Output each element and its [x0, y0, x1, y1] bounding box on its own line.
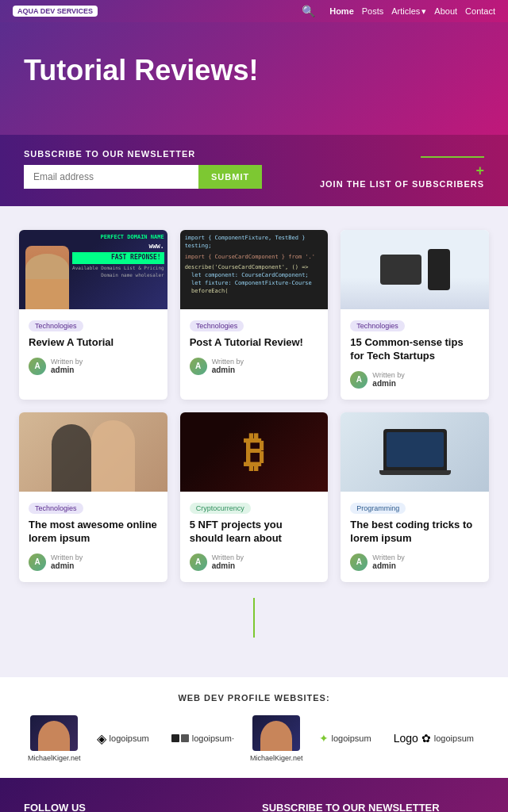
nav-posts[interactable]: Posts	[362, 6, 384, 16]
center-divider	[19, 582, 489, 653]
tablet-icon	[380, 255, 421, 285]
newsletter-form: SUBMIT	[24, 165, 320, 189]
card-tag: Technologies	[350, 320, 405, 331]
card-nft[interactable]: ₿ Cryptocurrency 5 NFT projects you shou…	[180, 412, 329, 582]
avatar: A	[190, 553, 207, 571]
nav-links: Home Posts Articles ▾ About Contact	[329, 6, 495, 17]
profile-thumbnail	[252, 715, 300, 751]
logo-item[interactable]: ◈ logoipsum	[90, 725, 156, 753]
card-tag: Technologies	[190, 320, 244, 331]
card-author: A Written by admin	[190, 358, 319, 375]
search-icon[interactable]: 🔍	[302, 5, 315, 17]
author-label: Written by	[372, 553, 404, 561]
card-tech-tips[interactable]: Technologies 15 Common-sense tips for Te…	[341, 230, 489, 400]
avatar: A	[350, 371, 368, 389]
profile-item-2[interactable]: MichaelKiger.net	[250, 715, 303, 762]
card-title: 5 NFT projects you should learn about	[190, 519, 319, 546]
card-author: A Written by admin	[350, 553, 479, 571]
hero-section: Tutorial Reviews!	[0, 22, 508, 135]
nav-about[interactable]: About	[434, 6, 457, 16]
cards-grid: PERFECT DOMAIN NAME www. FAST REPONSE! A…	[19, 230, 489, 582]
card-review-tutorial[interactable]: PERFECT DOMAIN NAME www. FAST REPONSE! A…	[19, 230, 167, 400]
laptop-icon	[383, 429, 447, 470]
card-title: The best coding tricks to lorem ipsum	[350, 519, 479, 546]
chevron-down-icon: ▾	[421, 6, 426, 17]
divider-line	[421, 156, 484, 158]
logo-text: logoipsum	[110, 733, 149, 743]
logo-text: logoipsum	[434, 733, 474, 743]
profile-thumbnail	[30, 715, 78, 751]
profile-name: MichaelKiger.net	[28, 754, 81, 762]
card-author: A Written by admin	[350, 371, 479, 389]
subscribe-title: SUBSCRIBE TO OUR NEWSLETTER	[262, 802, 484, 812]
card-title: Review A Tutorial	[29, 336, 158, 350]
avatar: A	[29, 553, 46, 571]
profiles-grid: MichaelKiger.net ◈ logoipsum logoipsum·	[16, 715, 492, 762]
profiles-section: WEB DEV PROFILE WEBSITES: MichaelKiger.n…	[0, 677, 508, 778]
footer-top: FOLLOW US Lorem ipsum dolor sit amet, co…	[0, 778, 508, 812]
author-name: admin	[212, 561, 244, 570]
logo-squares-icon	[171, 734, 189, 742]
card-tag: Programming	[350, 503, 406, 514]
card-author: A Written by admin	[190, 553, 319, 571]
bitcoin-icon: ₿	[244, 428, 264, 476]
author-name: admin	[212, 366, 244, 374]
nav-home[interactable]: Home	[329, 6, 354, 16]
card-body: Technologies 15 Common-sense tips for Te…	[341, 309, 489, 400]
author-label: Written by	[212, 553, 244, 561]
card-image-code: import { ComponentFixture, TestBed } tes…	[180, 230, 329, 309]
footer-subscribe-section: SUBSCRIBE TO OUR NEWSLETTER Lorem ipsum …	[262, 802, 484, 812]
site-logo[interactable]: AQUA DEV SERVICES	[13, 6, 98, 17]
author-label: Written by	[51, 553, 83, 561]
plus-icon: +	[320, 163, 484, 179]
card-tag: Cryptocurrency	[190, 503, 251, 514]
card-post-tutorial[interactable]: import { ComponentFixture, TestBed } tes…	[180, 230, 329, 400]
newsletter-submit-button[interactable]: SUBMIT	[198, 165, 262, 189]
card-image-tech	[341, 230, 489, 309]
main-content: PERFECT DOMAIN NAME www. FAST REPONSE! A…	[0, 206, 508, 677]
author-label: Written by	[51, 358, 83, 366]
logo-icon-2: ✿	[421, 732, 431, 745]
author-name: admin	[51, 561, 83, 570]
avatar: A	[190, 358, 207, 375]
logo-text: logoipsum·	[192, 733, 234, 743]
logo-item-4[interactable]: Logo ✿ logoipsum	[387, 726, 480, 751]
logo-icon: ◈	[97, 731, 106, 746]
card-coding[interactable]: Programming The best coding tricks to lo…	[341, 412, 489, 582]
avatar: A	[29, 358, 46, 375]
navigation: AQUA DEV SERVICES 🔍 Home Posts Articles …	[0, 0, 508, 22]
logo-item-3[interactable]: ✦ logoipsum	[313, 726, 378, 751]
join-text: JOIN THE LIST OF SUBSCRIBERS	[320, 179, 484, 189]
footer-follow-section: FOLLOW US Lorem ipsum dolor sit amet, co…	[24, 802, 246, 812]
card-image-bitcoin: ₿	[180, 412, 329, 492]
logo-icon: ✦	[319, 732, 329, 745]
card-title: The most awesome online lorem ipsum	[29, 519, 158, 546]
card-title: Post A Tutorial Review!	[190, 336, 319, 350]
page-title: Tutorial Reviews!	[24, 54, 484, 87]
card-image-people	[19, 412, 167, 492]
card-body: Programming The best coding tricks to lo…	[341, 492, 489, 582]
avatar: A	[350, 553, 368, 571]
profiles-title: WEB DEV PROFILE WEBSITES:	[16, 693, 492, 703]
card-tag: Technologies	[29, 503, 83, 514]
logo-item-2[interactable]: logoipsum·	[165, 727, 241, 749]
author-label: Written by	[372, 371, 404, 379]
profile-name: MichaelKiger.net	[250, 754, 303, 762]
card-image-man: PERFECT DOMAIN NAME www. FAST REPONSE! A…	[19, 230, 167, 309]
nav-contact[interactable]: Contact	[465, 6, 495, 16]
nav-articles[interactable]: Articles ▾	[391, 6, 426, 17]
card-lorem-ipsum[interactable]: Technologies The most awesome online lor…	[19, 412, 167, 582]
author-label: Written by	[212, 358, 244, 366]
card-body: Technologies Post A Tutorial Review! A W…	[180, 309, 329, 386]
phone-icon	[428, 249, 450, 290]
card-body: Cryptocurrency 5 NFT projects you should…	[180, 492, 329, 582]
newsletter-label: SUBSCRIBE TO OUR NEWSLETTER	[24, 149, 320, 159]
profile-item[interactable]: MichaelKiger.net	[28, 715, 81, 762]
author-name: admin	[372, 561, 404, 570]
card-body: Technologies Review A Tutorial A Written…	[19, 309, 167, 386]
follow-title: FOLLOW US	[24, 802, 246, 812]
card-image-coding	[341, 412, 489, 492]
logo-icon: Logo	[394, 732, 418, 745]
author-name: admin	[51, 366, 83, 374]
newsletter-email-input[interactable]	[24, 165, 198, 189]
